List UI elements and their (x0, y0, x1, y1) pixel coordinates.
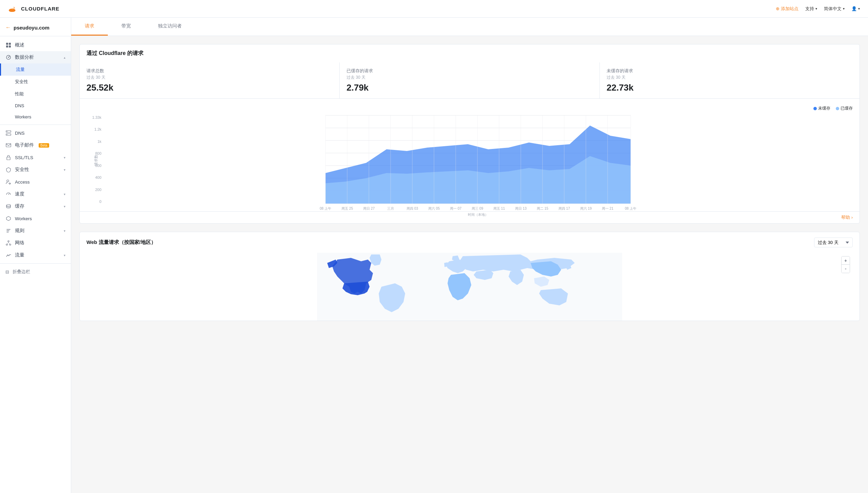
world-map-svg (86, 253, 853, 321)
sidebar-item-speed[interactable]: 速度 ▾ (0, 188, 71, 200)
svg-text:周六 05: 周六 05 (428, 207, 440, 210)
sidebar-item-cache[interactable]: 缓存 ▾ (0, 200, 71, 212)
grid-icon (5, 42, 12, 48)
sidebar-item-rules[interactable]: 规则 ▾ (0, 225, 71, 237)
chevron-right-icon: ▾ (64, 253, 65, 257)
shield-icon (5, 167, 12, 173)
network-icon (5, 240, 12, 246)
speed-icon (5, 191, 12, 197)
svg-text:周六 19: 周六 19 (580, 207, 592, 210)
chevron-up-icon: ▴ (64, 56, 65, 59)
chevron-right-icon: ▾ (64, 168, 65, 172)
topnav-right: ⊕ 添加站点 支持 ▾ 简体中文 ▾ 👤 ▾ (776, 6, 860, 12)
stats-row: 请求总数 过去 30 天 25.52k 已缓存的请求 过去 30 天 2.79k… (80, 62, 860, 99)
sidebar-item-performance-sub[interactable]: 性能 (0, 88, 71, 100)
domain-selector[interactable]: ← pseudoyu.com (0, 22, 71, 36)
sidebar-item-analytics[interactable]: 数据分析 ▴ (0, 51, 71, 63)
stat-cached-requests: 已缓存的请求 过去 30 天 2.79k (340, 62, 600, 98)
sidebar-item-traffic2[interactable]: 流量 ▾ (0, 249, 71, 261)
add-site-button[interactable]: ⊕ 添加站点 (776, 6, 798, 12)
support-button[interactable]: 支持 ▾ (805, 6, 817, 12)
dns-icon (5, 130, 12, 136)
traffic-icon (5, 252, 12, 258)
sidebar-item-ssl[interactable]: SSL/TLS ▾ (0, 151, 71, 164)
svg-text:08 上午: 08 上午 (320, 207, 331, 210)
chart-svg: 08 上午 周五 25 周日 27 三月 周四 03 周六 05 周一 07 周… (103, 115, 853, 204)
chevron-down-icon: ▾ (843, 7, 845, 11)
sidebar-item-workers[interactable]: Workers (0, 212, 71, 225)
sidebar-item-traffic-sub[interactable]: 流量 (0, 63, 71, 76)
sidebar-item-dns[interactable]: DNS (0, 127, 71, 139)
sidebar-item-overview[interactable]: 概述 (0, 39, 71, 51)
sidebar-item-security-sub[interactable]: 安全性 (0, 76, 71, 88)
sidebar: ← pseudoyu.com 概述 数据分析 ▴ 流量 安全性 性能 (0, 18, 71, 493)
email-icon (5, 142, 12, 148)
card-title: 通过 Cloudflare 的请求 (86, 50, 853, 57)
logo-text: CLOUDFLARE (21, 6, 59, 12)
collapse-sidebar-button[interactable]: ⊟ 折叠边栏 (0, 266, 71, 278)
stat-uncached-requests: 未缓存的请求 过去 30 天 22.73k (600, 62, 860, 98)
map-period-select[interactable]: 过去 30 天 过去 7 天 过去 24 小时 (814, 238, 853, 247)
chart-icon (5, 54, 12, 60)
svg-point-7 (8, 57, 9, 58)
chevron-right-icon: ▾ (64, 229, 65, 233)
map-header: Web 流量请求（按国家/地区） 过去 30 天 过去 7 天 过去 24 小时 (80, 232, 860, 253)
sidebar-item-workers-sub[interactable]: Workers (0, 111, 71, 122)
map-zoom-out-button[interactable]: - (842, 265, 850, 273)
svg-text:周一 07: 周一 07 (450, 207, 461, 210)
stat-total-requests: 请求总数 过去 30 天 25.52k (80, 62, 340, 98)
back-arrow-icon: ← (5, 24, 11, 31)
sidebar-item-security[interactable]: 安全性 ▾ (0, 164, 71, 176)
content-area: 通过 Cloudflare 的请求 请求总数 过去 30 天 25.52k 已缓… (71, 36, 868, 329)
chevron-right-icon: ▾ (64, 156, 65, 159)
svg-text:周二 15: 周二 15 (537, 207, 548, 210)
svg-text:周日 27: 周日 27 (363, 207, 375, 210)
sidebar-item-access[interactable]: Access (0, 176, 71, 188)
svg-text:时间（本地）: 时间（本地） (468, 213, 488, 216)
legend-cached: 已缓存 (836, 106, 853, 111)
sidebar-item-email[interactable]: 电子邮件 Beta (0, 139, 71, 151)
sidebar-item-network[interactable]: 网络 (0, 237, 71, 249)
svg-rect-4 (6, 45, 8, 48)
uncached-dot (813, 107, 817, 110)
svg-text:三月: 三月 (387, 207, 394, 210)
cloudflare-logo: CLOUDFLARE (8, 5, 59, 13)
collapse-icon: ⊟ (5, 269, 9, 274)
svg-point-14 (7, 180, 9, 182)
chevron-right-icon: ▾ (64, 205, 65, 208)
svg-point-10 (7, 131, 7, 132)
chart-area: 未缓存 已缓存 1.33k 1.2k 1k 800 (80, 99, 860, 211)
main-content: 请求 带宽 独立访问者 通过 Cloudflare 的请求 请求总数 过去 30 (71, 18, 868, 493)
svg-rect-2 (6, 43, 8, 45)
help-link[interactable]: 帮助 › (841, 215, 853, 220)
svg-point-16 (6, 205, 11, 206)
svg-rect-3 (9, 43, 11, 45)
svg-point-11 (7, 134, 7, 135)
account-icon: 👤 (851, 6, 857, 11)
map-zoom-in-button[interactable]: + (842, 257, 850, 265)
main-layout: ← pseudoyu.com 概述 数据分析 ▴ 流量 安全性 性能 (0, 18, 868, 493)
language-button[interactable]: 简体中文 ▾ (824, 6, 845, 12)
workers-icon (5, 215, 12, 222)
svg-text:周一 21: 周一 21 (602, 207, 613, 210)
requests-card: 通过 Cloudflare 的请求 请求总数 过去 30 天 25.52k 已缓… (79, 44, 860, 224)
cache-icon (5, 203, 12, 209)
svg-point-1 (9, 9, 15, 12)
chart-with-yaxis: 1.33k 1.2k 1k 800 600 400 200 0 请 (86, 115, 853, 205)
tab-requests[interactable]: 请求 (71, 18, 108, 36)
svg-rect-12 (6, 144, 11, 147)
tab-bandwidth[interactable]: 带宽 (108, 18, 144, 36)
y-axis-label: 请求数 (94, 154, 99, 166)
chart-legend: 未缓存 已缓存 (86, 106, 853, 111)
legend-uncached: 未缓存 (813, 106, 830, 111)
svg-point-18 (8, 241, 9, 242)
cached-dot (836, 107, 839, 110)
svg-text:周三 09: 周三 09 (472, 207, 483, 210)
map-title: Web 流量请求（按国家/地区） (86, 239, 156, 246)
account-button[interactable]: 👤 ▾ (851, 6, 860, 11)
divider2 (0, 263, 71, 264)
map-zoom-controls: + - (841, 256, 850, 273)
sidebar-item-dns-sub[interactable]: DNS (0, 100, 71, 111)
card-header: 通过 Cloudflare 的请求 (80, 44, 860, 57)
tab-unique-visitors[interactable]: 独立访问者 (144, 18, 195, 36)
